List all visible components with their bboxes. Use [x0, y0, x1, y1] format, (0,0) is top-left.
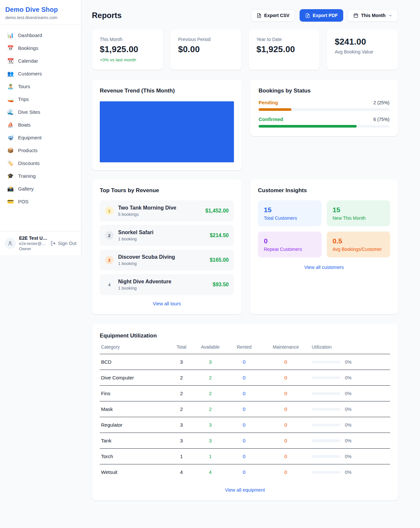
insight-tile-new-this-month: 15 New This Month	[327, 200, 390, 226]
shop-domain: demo.test.divestreams.com	[5, 15, 76, 20]
utilization-bar-track	[312, 361, 341, 363]
tour-amount: $93.50	[213, 282, 229, 288]
period-dropdown[interactable]: This Month	[348, 9, 398, 22]
tour-amount: $1,452.00	[205, 208, 229, 214]
cell-utilization: 0%	[310, 401, 390, 417]
view-all-tours-link[interactable]: View all tours	[100, 301, 234, 306]
cell-available: 3	[194, 417, 227, 433]
sidebar-item-label: Tours	[18, 84, 30, 89]
user-name: E2E Test U…	[19, 235, 47, 241]
page-title: Reports	[92, 11, 122, 20]
calendar-icon	[353, 13, 358, 18]
column-header-category: Category	[100, 344, 169, 354]
sign-out-button[interactable]: Sign Out	[51, 241, 76, 246]
sidebar-item-trips[interactable]: 🚤 Trips	[4, 93, 77, 106]
dive-sites-icon: 🌊	[7, 109, 14, 115]
cell-rented: 0	[227, 401, 261, 417]
insights-row: Top Tours by Revenue 1 Two Tank Morning …	[92, 179, 398, 314]
insight-tile-repeat-customers: 0 Repeat Customers	[258, 232, 322, 257]
equipment-table: Category Total Available Rented Maintena…	[100, 344, 390, 480]
cell-available: 2	[194, 401, 227, 417]
products-icon: 📦	[7, 147, 14, 153]
cell-maintenance: 0	[261, 449, 310, 464]
tour-bookings: 1 booking	[118, 261, 205, 266]
tour-row[interactable]: 1 Two Tank Morning Dive 5 bookings $1,45…	[100, 200, 234, 221]
file-download-icon	[257, 13, 262, 18]
sidebar-item-discounts[interactable]: 🏷️ Discounts	[4, 157, 77, 170]
stat-value: $1,925.00	[257, 44, 312, 54]
sidebar-item-label: Trips	[18, 96, 29, 102]
cell-total: 3	[169, 417, 194, 433]
insight-label: Total Customers	[264, 215, 316, 221]
utilization-bar-track	[312, 455, 341, 458]
tour-bookings: 1 booking	[118, 286, 208, 291]
view-all-customers-link[interactable]: View all customers	[258, 265, 390, 270]
sidebar-item-label: Training	[18, 173, 36, 179]
tour-amount: $165.00	[210, 257, 229, 263]
calendar-icon: 📆	[7, 58, 14, 64]
view-all-equipment-link[interactable]: View all equipment	[100, 487, 390, 493]
stat-card-this-month: This Month $1,925.00 +0% vs last month	[92, 30, 163, 70]
stat-card-previous-period: Previous Period $0.00	[170, 30, 242, 70]
tour-row[interactable]: 3 Discover Scuba Diving 1 booking $165.0…	[100, 250, 234, 271]
sidebar-item-products[interactable]: 📦 Products	[4, 144, 77, 157]
status-row-confirmed: Confirmed 6 (75%)	[259, 116, 389, 128]
sidebar-item-dashboard[interactable]: 📊 Dashboard	[4, 29, 77, 42]
table-row: Torch 1 1 0 0 0%	[100, 449, 390, 464]
sidebar-item-training[interactable]: 🎓 Training	[4, 170, 77, 182]
tour-bookings: 1 booking	[118, 236, 205, 241]
sidebar-item-label: Discounts	[18, 160, 40, 166]
sidebar-item-bookings[interactable]: 📅 Bookings	[4, 42, 77, 54]
top-tours-title: Top Tours by Revenue	[100, 187, 234, 194]
page-header: Reports Export CSV Export PDF This Month	[92, 9, 398, 22]
cell-category: Dive Computer	[100, 370, 169, 386]
cell-category: Mask	[100, 401, 169, 417]
sidebar-item-customers[interactable]: 👥 Customers	[4, 67, 77, 80]
cell-total: 1	[169, 449, 194, 464]
file-download-icon	[305, 13, 310, 18]
chevron-down-icon	[388, 13, 392, 18]
cell-category: Regulator	[100, 417, 169, 433]
column-header-rented: Rented	[227, 344, 261, 354]
sidebar-item-label: Products	[18, 148, 37, 153]
stat-label: Avg Booking Value	[335, 49, 390, 54]
insight-tile-avg-bookings: 0.5 Avg Bookings/Customer	[327, 232, 390, 257]
sidebar-item-tours[interactable]: 🏝️ Tours	[4, 80, 77, 93]
sidebar-item-pos[interactable]: 💳 POS	[4, 195, 77, 208]
cell-maintenance: 0	[261, 370, 310, 386]
sidebar-item-label: POS	[18, 199, 29, 204]
bookings-icon: 📅	[7, 45, 14, 51]
sidebar-item-calendar[interactable]: 📆 Calendar	[4, 54, 77, 67]
cell-utilization: 0%	[310, 386, 390, 401]
export-pdf-button[interactable]: Export PDF	[300, 9, 343, 22]
utilization-bar-track	[312, 376, 341, 379]
pos-icon: 💳	[7, 198, 14, 205]
sidebar-item-dive-sites[interactable]: 🌊 Dive Sites	[4, 106, 77, 118]
tour-amount: $214.50	[210, 233, 229, 238]
export-csv-button[interactable]: Export CSV	[251, 9, 295, 22]
equipment-icon: 🤿	[7, 134, 14, 141]
period-label: This Month	[361, 13, 386, 18]
cell-category: Fins	[100, 386, 169, 401]
tour-row[interactable]: 4 Night Dive Adventure 1 booking $93.50	[100, 274, 234, 295]
tour-row[interactable]: 2 Snorkel Safari 1 booking $214.50	[100, 225, 234, 246]
table-row: Fins 2 2 0 0 0%	[100, 386, 390, 401]
utilization-bar-track	[312, 471, 341, 474]
sidebar-item-gallery[interactable]: 📸 Gallery	[4, 182, 77, 195]
user-info: E2E Test U… e2e-tester@… Owner	[19, 235, 47, 251]
tours-icon: 🏝️	[7, 83, 14, 90]
status-bar-track	[259, 125, 389, 128]
boats-icon: ⛵	[7, 122, 14, 128]
utilization-percent: 0%	[345, 407, 351, 412]
sidebar-item-boats[interactable]: ⛵ Boats	[4, 118, 77, 131]
insight-label: New This Month	[333, 215, 385, 221]
trips-icon: 🚤	[7, 96, 14, 102]
cell-total: 4	[169, 464, 194, 480]
tour-name: Night Dive Adventure	[118, 279, 208, 285]
revenue-trend-title: Revenue Trend (This Month)	[100, 88, 234, 94]
cell-category: Tank	[100, 433, 169, 449]
sign-out-icon	[51, 241, 56, 246]
cell-available: 2	[194, 386, 227, 401]
revenue-trend-chart	[100, 101, 234, 162]
sidebar-item-equipment[interactable]: 🤿 Equipment	[4, 131, 77, 144]
